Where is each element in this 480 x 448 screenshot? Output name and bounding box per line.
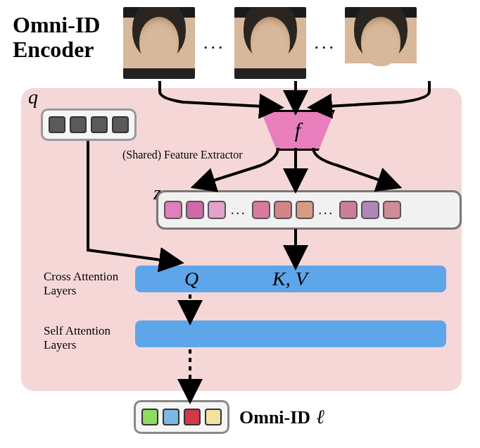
self-attention-bar	[135, 321, 446, 347]
output-token	[163, 409, 179, 425]
query-token	[70, 116, 87, 133]
cross-attention-label: Cross AttentionLayers	[44, 270, 118, 297]
cross-KV-label: K, V	[272, 268, 308, 290]
f-symbol: f	[295, 118, 301, 142]
cross-Q-label: Q	[184, 268, 198, 290]
z-token	[339, 201, 358, 219]
z-token-block: ... ...	[156, 190, 462, 230]
z-token	[208, 201, 226, 219]
z-token	[296, 201, 314, 219]
query-token	[91, 116, 108, 133]
output-token	[205, 409, 222, 425]
output-token	[184, 409, 201, 425]
z-token	[252, 201, 270, 219]
query-token-block	[41, 108, 137, 141]
z-token	[383, 201, 401, 219]
q-symbol: q	[28, 86, 38, 108]
z-ellipsis: ...	[229, 203, 248, 218]
output-token-block	[134, 400, 229, 434]
z-token	[164, 201, 182, 219]
ellipsis-2: ...	[313, 32, 339, 54]
encoder-container: q (Shared) Feature Extractor f z ... ...…	[21, 88, 462, 391]
z-ellipsis: ...	[317, 203, 336, 218]
ell-symbol: ℓ	[316, 406, 324, 428]
z-token	[274, 201, 292, 219]
output-label: Omni-IDℓ	[239, 406, 324, 428]
face-image-3	[345, 7, 417, 79]
self-attention-label: Self AttentionLayers	[44, 324, 110, 351]
query-token	[49, 116, 65, 133]
cross-attention-bar: Q K, V	[135, 266, 446, 292]
output-token	[141, 409, 158, 425]
ellipsis-1: ...	[202, 32, 227, 54]
z-token	[361, 201, 379, 219]
face-image-1	[123, 7, 195, 79]
feature-extractor-trapezoid: f	[260, 110, 335, 151]
input-faces-row: ... ...	[123, 7, 468, 79]
z-token	[186, 201, 204, 219]
feature-extractor-label: (Shared) Feature Extractor	[122, 149, 243, 161]
face-image-2	[234, 7, 306, 79]
query-token	[112, 116, 129, 133]
encoder-title: Omni-ID Encoder	[13, 13, 100, 62]
